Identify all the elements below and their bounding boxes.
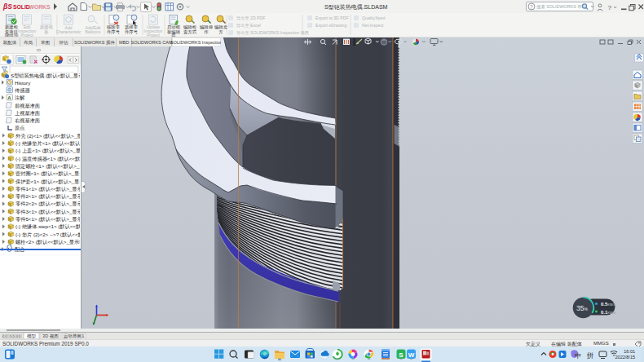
svg-text:SOLIDWORKS CAM: SOLIDWORKS CAM <box>130 40 172 45</box>
svg-text:草图: 草图 <box>41 40 50 46</box>
svg-text:βS: βS <box>2 2 12 11</box>
svg-text:搜索 SOLIDWORKS 帮助: 搜索 SOLIDWORKS 帮助 <box>536 4 586 10</box>
svg-text:MBD: MBD <box>119 40 129 45</box>
svg-text:16:01: 16:01 <box>624 349 635 354</box>
svg-text:板: 板 <box>43 29 49 34</box>
svg-text:前视基准面: 前视基准面 <box>15 103 40 109</box>
svg-text:件序号: 件序号 <box>107 29 121 34</box>
svg-text:零件5<1> (默认<<默认>_显示状态: 零件5<1> (默认<<默认>_显示状态 <box>15 216 80 223</box>
svg-text:0.1KB/S: 0.1KB/S <box>601 310 615 315</box>
svg-text:?: ? <box>608 4 612 11</box>
svg-text:(-) 绝缘垫片<1> (默认<<默认>_显示: (-) 绝缘垫片<1> (默认<<默认>_显示 <box>15 140 80 147</box>
svg-text:0.5KB/S: 0.5KB/S <box>601 302 615 307</box>
svg-text:QualityXpert: QualityXpert <box>362 15 386 20</box>
svg-text:零件3<1> (默认<<默认>_显示状态: 零件3<1> (默认<<默认>_显示状态 <box>15 209 80 215</box>
svg-text:Balloons: Balloons <box>85 29 101 34</box>
svg-text:S型铠装热电偶 (默认<默认_显示状态-1: S型铠装热电偶 (默认<默认_显示状态-1 <box>11 73 80 79</box>
svg-text:零件2<2> (默认<<默认>_显示状态: 零件2<2> (默认<<默认>_显示状态 <box>15 201 80 208</box>
svg-text:WORKS: WORKS <box>29 4 51 10</box>
svg-text:外壳 (2)<1> (默认<<默认>_显示状: 外壳 (2)<1> (默认<<默认>_显示状 <box>15 133 80 139</box>
svg-text:SOLIDWORKS 插件: SOLIDWORKS 插件 <box>74 40 115 46</box>
svg-text:传感器: 传感器 <box>15 87 30 94</box>
svg-text:中: 中 <box>575 351 582 360</box>
svg-text:History: History <box>15 80 31 86</box>
svg-text:(-) 上盖<1> (默认<<默认>_显示状态: (-) 上盖<1> (默认<<默认>_显示状态 <box>15 148 80 154</box>
svg-text:A: A <box>7 95 11 100</box>
svg-text:保护套<1> (默认<<默认>_显示状态: 保护套<1> (默认<<默认>_显示状态 <box>15 179 80 185</box>
svg-text:评估: 评估 <box>60 40 69 46</box>
svg-text:器: 器 <box>171 33 175 37</box>
svg-text:作: 作 <box>204 29 209 34</box>
svg-text:3D 视图: 3D 视图 <box>42 333 59 339</box>
svg-text:W: W <box>408 351 415 359</box>
svg-text:Export to 3D PDF: Export to 3D PDF <box>315 15 349 20</box>
svg-text:SOLID: SOLID <box>13 4 30 10</box>
svg-text:查方式: 查方式 <box>183 29 197 35</box>
svg-text:零件1<1> (默认<<默认>_显示状态 -: 零件1<1> (默认<<默认>_显示状态 - <box>15 186 80 192</box>
svg-text:(-) 垫片 (2)<2> -->? (默认<<默认: (-) 垫片 (2)<2> -->? (默认<<默认 <box>15 232 80 238</box>
svg-text:导出至 2D PDF: 导出至 2D PDF <box>236 15 265 20</box>
svg-text:右视基准面: 右视基准面 <box>15 117 40 124</box>
svg-text:螺栓<2> (默认<<默认>_显示状态 -: 螺栓<2> (默认<<默认>_显示状态 - <box>15 239 80 245</box>
svg-text:注解: 注解 <box>15 95 24 101</box>
svg-text:Net-Inspect: Net-Inspect <box>362 23 384 28</box>
svg-text:(-) 温度传感器<1> (默认<<默认>_: (-) 温度传感器<1> (默认<<默认>_ <box>15 156 80 162</box>
svg-text:?: ? <box>530 4 533 10</box>
svg-text:模型: 模型 <box>27 333 37 338</box>
svg-text:2022/8/15: 2022/8/15 <box>615 355 635 360</box>
svg-text:S: S <box>399 351 404 359</box>
svg-text:固定螺栓<1> (默认<<默认>_显示状: 固定螺栓<1> (默认<<默认>_显示状 <box>15 163 80 170</box>
svg-text:导出至 Excel: 导出至 Excel <box>236 23 261 28</box>
svg-text:运动算例1: 运动算例1 <box>64 333 85 339</box>
svg-text:SOLIDWORKS Inspection: SOLIDWORKS Inspection <box>170 40 221 45</box>
svg-text:件序号: 件序号 <box>125 29 139 34</box>
svg-text:布局: 布局 <box>24 40 33 46</box>
svg-text:(amp;N): (amp;N) <box>5 33 19 37</box>
svg-text:Project: Project <box>20 33 33 38</box>
svg-text:Project: Project <box>147 33 160 38</box>
svg-text:原点: 原点 <box>15 126 24 132</box>
svg-text:零件2<1> (默认<<默认>_显示状态: 零件2<1> (默认<<默认>_显示状态 <box>15 193 80 200</box>
svg-text:Export eDrawing: Export eDrawing <box>315 23 346 28</box>
svg-text:导出至 SOLIDWORKS Inspection 项目: 导出至 SOLIDWORKS Inspection 项目 <box>236 30 309 35</box>
svg-text:Characteristic: Characteristic <box>56 29 82 34</box>
svg-text:密封圈<1> (默认<<默认>_显示状态: 密封圈<1> (默认<<默认>_显示状态 <box>15 170 80 177</box>
svg-text:装配体: 装配体 <box>3 40 17 46</box>
svg-text:方: 方 <box>218 29 223 35</box>
svg-text:拼: 拼 <box>586 351 594 360</box>
svg-text:(-) 绝缘体.step<1> (默认<<默认>: (-) 绝缘体.step<1> (默认<<默认> <box>15 223 80 229</box>
svg-text:上视基准面: 上视基准面 <box>15 110 40 117</box>
